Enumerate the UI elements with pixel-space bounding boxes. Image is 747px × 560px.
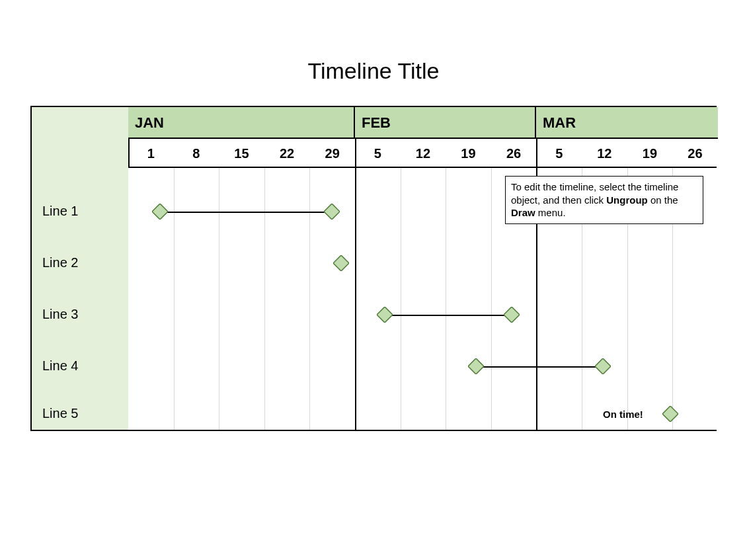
note-bold: Draw xyxy=(511,207,535,218)
milestone-diamond-icon[interactable] xyxy=(152,204,168,220)
month-header-feb: FEB xyxy=(355,107,536,139)
milestone-diamond-icon[interactable] xyxy=(504,307,520,323)
task-connector xyxy=(385,315,510,316)
instruction-note[interactable]: To edit the timeline, select the timelin… xyxy=(505,176,703,224)
row-label: Line 5 xyxy=(42,406,79,421)
row-label: Line 1 xyxy=(42,204,79,219)
day-header: 12 xyxy=(401,139,446,168)
svg-marker-2 xyxy=(333,255,349,271)
note-text: on the xyxy=(648,194,678,206)
task-connector xyxy=(476,366,602,368)
day-header: 26 xyxy=(491,139,537,168)
timeline-grid: JAN FEB MAR 1 8 15 22 29 5 12 19 26 5 12… xyxy=(128,107,717,430)
on-time-label: On time! xyxy=(603,409,643,420)
milestone-diamond-icon[interactable] xyxy=(324,204,340,220)
day-header: 26 xyxy=(672,139,718,168)
svg-marker-7 xyxy=(662,406,678,422)
day-header: 5 xyxy=(355,139,401,168)
note-bold: Ungroup xyxy=(606,194,647,206)
note-text: menu. xyxy=(535,207,566,218)
timeline-title: Timeline Title xyxy=(0,58,747,84)
day-header: 12 xyxy=(582,139,627,168)
svg-marker-5 xyxy=(468,358,484,374)
month-header-jan: JAN xyxy=(128,107,355,139)
day-header: 1 xyxy=(128,139,174,168)
row-label: Line 2 xyxy=(42,255,79,270)
day-header: 19 xyxy=(627,139,673,168)
svg-marker-4 xyxy=(504,307,520,323)
day-header: 15 xyxy=(219,139,264,168)
day-header: 5 xyxy=(536,139,582,168)
day-header-row: 1 8 15 22 29 5 12 19 26 5 12 19 26 xyxy=(128,139,717,168)
svg-marker-3 xyxy=(377,307,393,323)
month-header-mar: MAR xyxy=(536,107,718,139)
milestone-diamond-icon[interactable] xyxy=(468,358,484,374)
milestone-diamond-icon[interactable] xyxy=(377,307,393,323)
svg-marker-0 xyxy=(152,204,168,220)
row-label-column: Line 1 Line 2 Line 3 Line 4 Line 5 xyxy=(32,107,128,430)
milestone-diamond-icon[interactable] xyxy=(662,406,678,422)
day-header: 19 xyxy=(446,139,491,168)
day-header: 22 xyxy=(264,139,310,168)
row-label: Line 4 xyxy=(42,358,79,374)
svg-marker-1 xyxy=(324,204,340,220)
row-label: Line 3 xyxy=(42,307,79,322)
milestone-diamond-icon[interactable] xyxy=(595,358,611,374)
svg-marker-6 xyxy=(595,358,611,374)
milestone-diamond-icon[interactable] xyxy=(333,255,349,271)
timeline-chart[interactable]: Line 1 Line 2 Line 3 Line 4 Line 5 JAN F… xyxy=(30,106,717,431)
day-header: 29 xyxy=(309,139,355,168)
task-connector xyxy=(160,212,331,213)
day-header: 8 xyxy=(174,139,219,168)
